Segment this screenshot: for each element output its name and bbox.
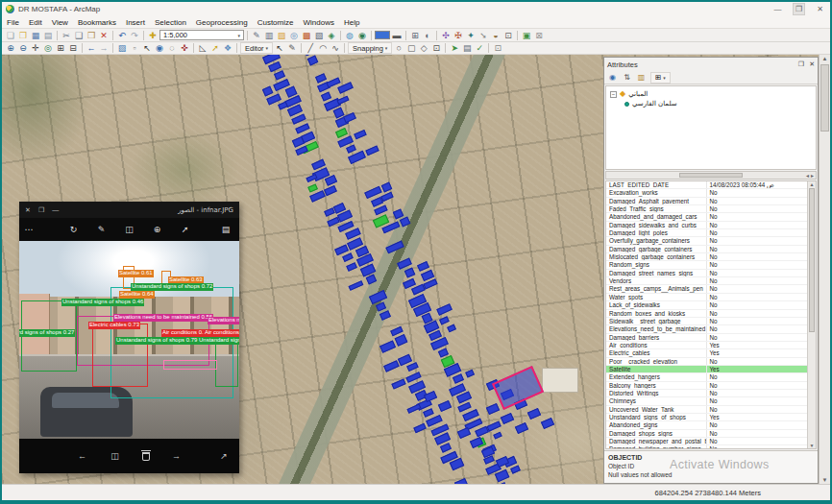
panel-maximize-icon[interactable]: ❐ — [798, 60, 804, 68]
table-of-contents-icon[interactable]: ▥ — [263, 30, 275, 41]
select-elements-icon[interactable]: ↖ — [141, 42, 153, 54]
zoom-out-icon[interactable]: ⊖ — [17, 42, 29, 54]
search-icon[interactable]: ◎ — [288, 30, 300, 41]
photo-maximize-icon[interactable]: ❐ — [38, 206, 44, 214]
go-to-xy-icon[interactable]: ✜ — [179, 42, 190, 54]
minimize-button[interactable]: — — [771, 4, 784, 14]
redo-icon[interactable]: ↷ — [129, 30, 140, 41]
menu-customize[interactable]: Customize — [253, 16, 299, 28]
arc-segment-icon[interactable]: ◠ — [317, 42, 329, 54]
new-document-icon[interactable]: ❏ — [5, 30, 16, 41]
scroll-up-icon[interactable]: ▲ — [820, 56, 830, 61]
table-scroll-down-icon[interactable]: ▼ — [808, 443, 816, 448]
python-icon[interactable]: ▧ — [313, 30, 325, 41]
attribute-row[interactable]: Random_boxes_and_kiosksNo — [606, 310, 807, 318]
next-photo-icon[interactable]: → — [171, 450, 183, 462]
edit-tool-icon[interactable]: ↖ — [274, 42, 285, 54]
line-width-icon[interactable]: ▬ — [391, 30, 403, 41]
identify-icon[interactable]: ◉ — [154, 42, 165, 54]
find-icon[interactable]: ◌ — [166, 42, 178, 54]
attribute-row[interactable]: Overfully_garbage_containersNo — [606, 237, 807, 245]
globe-icon[interactable]: ◉ — [356, 30, 368, 41]
full-extent-icon[interactable]: ◎ — [42, 42, 54, 54]
attribute-row[interactable]: Electric_cablesYes — [606, 349, 807, 357]
publisher-icon[interactable]: ⊡ — [502, 30, 514, 41]
copy-icon[interactable]: ❑ — [73, 30, 85, 41]
point-snapping-icon[interactable]: ○ — [393, 42, 404, 54]
attribute-row[interactable]: Uncovered_Water_TankNo — [606, 406, 807, 414]
attr-fields-icon[interactable]: ▥ — [636, 72, 647, 83]
attribute-row[interactable]: Damaged_street_names_signsNo — [606, 270, 807, 277]
attribute-row[interactable]: Faded_Traffic_signsNo — [606, 205, 807, 213]
tree-child-feature[interactable]: سلمان الفارسي — [624, 99, 812, 108]
menu-selection[interactable]: Selection — [150, 16, 191, 28]
menu-insert[interactable]: Insert — [121, 16, 150, 28]
back-extent-icon[interactable]: ← — [86, 42, 97, 54]
save-icon[interactable]: ▦ — [30, 30, 41, 41]
model-builder-icon[interactable]: ◈ — [326, 30, 337, 41]
attribute-row[interactable]: Excavation_worksNo — [606, 189, 807, 197]
undo-icon[interactable]: ↶ — [116, 30, 128, 41]
vertex-snapping-icon[interactable]: ◇ — [418, 42, 429, 54]
editor-dropdown[interactable]: Editor▾ — [240, 42, 273, 54]
trace-icon[interactable]: ∿ — [330, 42, 341, 54]
attribute-row[interactable]: Abandoned_and_damaged_carsNo — [606, 213, 807, 221]
create-features-icon[interactable]: ➤ — [449, 42, 460, 54]
attribute-row[interactable]: VendorsNo — [606, 277, 807, 285]
add-data-icon[interactable]: ✚ — [147, 30, 159, 41]
more-options-icon[interactable]: ⋯ — [23, 224, 35, 235]
attributes-window-icon[interactable]: ▤ — [461, 42, 473, 54]
fullscreen-icon[interactable]: ↗ — [218, 450, 230, 462]
close-button[interactable]: ✕ — [814, 4, 826, 14]
attribute-row[interactable]: Sidewalk__street_garbageNo — [606, 318, 807, 325]
attribute-row[interactable]: ChimneysNo — [606, 397, 807, 405]
photo-image[interactable]: Satellite 0.61Satellite 0.63Unstandard s… — [19, 241, 239, 439]
layout-icon[interactable]: ⊠ — [533, 30, 545, 41]
hyperlink-icon[interactable]: ➚ — [209, 42, 221, 54]
add-basemap-icon[interactable]: ◍ — [344, 30, 355, 41]
map-vertical-scrollbar[interactable]: ▲ ▼ — [819, 55, 830, 484]
attribute-row[interactable]: Damaged_building_number_signsNo — [606, 445, 807, 449]
menu-file[interactable]: File — [2, 16, 24, 28]
attribute-row[interactable]: Damaged_light_polesNo — [606, 229, 807, 237]
pan-icon[interactable]: ✛ — [30, 42, 41, 54]
map-scale-combo[interactable]: 1:5,000▾ — [159, 30, 244, 40]
attr-identify-icon[interactable]: ◉ — [607, 72, 618, 83]
print-icon[interactable]: ▤ — [42, 30, 54, 41]
feature-construction-icon[interactable]: ⊡ — [492, 42, 503, 54]
fixed-zoom-out-icon[interactable]: ⊟ — [67, 42, 79, 54]
attribute-row[interactable]: Abandoned_signsNo — [606, 421, 807, 429]
menu-help[interactable]: Help — [339, 16, 364, 28]
html-popup-icon[interactable]: ❖ — [222, 42, 233, 54]
menu-edit[interactable]: Edit — [24, 16, 47, 28]
spatial-adjustment-icon[interactable]: ✣ — [440, 30, 452, 41]
network-analyst-icon[interactable]: ✦ — [465, 30, 477, 41]
menu-bookmarks[interactable]: Bookmarks — [73, 16, 121, 28]
attributes-panel-header[interactable]: Attributes ❐ ✕ — [604, 58, 818, 71]
sketch-properties-icon[interactable]: ✓ — [474, 42, 485, 54]
table-scroll-thumb[interactable] — [809, 188, 815, 332]
arctoolbox-icon[interactable]: ▩ — [301, 30, 312, 41]
select-features-icon[interactable]: ▨ — [116, 42, 128, 54]
zoom-in-icon[interactable]: ⊕ — [5, 42, 16, 54]
attribute-row[interactable]: Damaged_newspaper_and_postal_boxesNo — [606, 438, 807, 445]
catalog-icon[interactable]: ▨ — [276, 30, 287, 41]
attribute-row[interactable]: Unstandard_signs_of_shopsYes — [606, 414, 807, 421]
photo-minimize-icon[interactable]: — — [52, 206, 59, 214]
maximize-button[interactable]: ❐ — [793, 3, 805, 15]
attribute-row[interactable]: Lack_of_sidewalksNo — [606, 301, 807, 309]
table-scroll-up-icon[interactable]: ▲ — [808, 181, 816, 187]
attribute-row[interactable]: Water_spotsNo — [606, 294, 807, 301]
paste-icon[interactable]: ❒ — [86, 30, 97, 41]
attribute-row[interactable]: SatelliteYes — [606, 366, 807, 373]
edge-snapping-icon[interactable]: ⊡ — [430, 42, 442, 54]
end-snapping-icon[interactable]: ▢ — [405, 42, 417, 54]
3d-analyst-icon[interactable]: ◒ — [490, 30, 502, 41]
previous-photo-icon[interactable]: ← — [77, 450, 88, 462]
straight-segment-icon[interactable]: ╱ — [305, 42, 316, 54]
menu-view[interactable]: View — [47, 16, 73, 28]
cut-icon[interactable]: ✂ — [61, 30, 72, 41]
share-icon[interactable]: ➚ — [180, 224, 191, 235]
attribute-row[interactable]: Elevations_need_to_be_maintainedNo — [606, 325, 807, 333]
attribute-row[interactable]: Distorted_WritingsNo — [606, 390, 807, 397]
